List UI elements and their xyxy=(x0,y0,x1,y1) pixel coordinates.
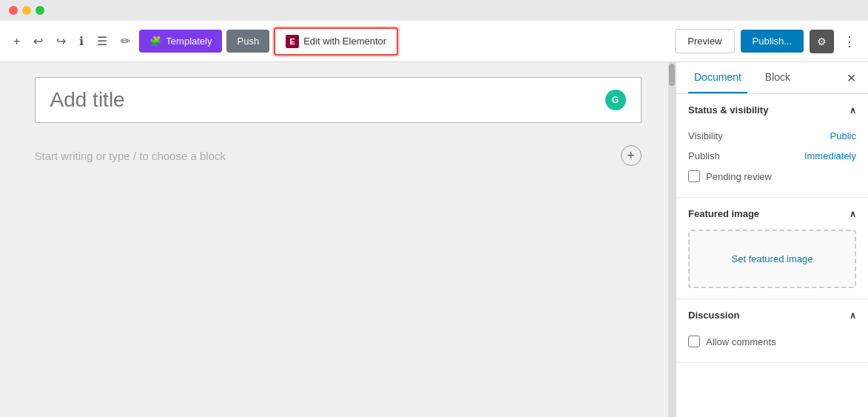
title-input[interactable] xyxy=(50,88,605,112)
status-visibility-chevron xyxy=(850,104,856,116)
toolbar-left: + ↩ ↪ ℹ ☰ ✏ 🧩 Templately Push E Edit wit… xyxy=(9,27,669,56)
elementor-icon: E xyxy=(286,35,299,48)
publish-button[interactable]: Publish... xyxy=(741,30,804,53)
allow-comments-row: Allow comments xyxy=(688,331,856,352)
sidebar-tabs: Document Block ✕ xyxy=(676,62,868,94)
featured-image-content: Set featured image xyxy=(676,230,868,298)
pending-review-row: Pending review xyxy=(688,166,856,187)
info-button[interactable]: ℹ xyxy=(75,30,88,53)
allow-comments-label: Allow comments xyxy=(706,336,776,347)
sidebar-close-button[interactable]: ✕ xyxy=(847,71,856,85)
settings-button[interactable]: ⚙ xyxy=(810,30,834,53)
scroll-thumb xyxy=(669,64,675,86)
scroll-indicator xyxy=(668,62,676,417)
tab-document[interactable]: Document xyxy=(688,62,747,93)
editor-area[interactable]: G Start writing or type / to choose a bl… xyxy=(0,62,676,417)
toolbar-right: Preview Publish... ⚙ ⋮ xyxy=(675,29,859,53)
titlebar xyxy=(0,0,868,21)
editor-content: G Start writing or type / to choose a bl… xyxy=(35,77,642,173)
list-view-button[interactable]: ☰ xyxy=(92,30,112,53)
allow-comments-checkbox[interactable] xyxy=(688,336,700,347)
discussion-content: Allow comments xyxy=(676,331,868,362)
templately-icon: 🧩 xyxy=(149,36,161,47)
visibility-value[interactable]: Public xyxy=(830,130,856,141)
discussion-chevron xyxy=(850,310,856,321)
edit-with-elementor-button[interactable]: E Edit with Elementor xyxy=(274,27,398,56)
maximize-button[interactable] xyxy=(36,6,44,15)
toolbar: + ↩ ↪ ℹ ☰ ✏ 🧩 Templately Push E Edit wit… xyxy=(0,21,868,62)
visibility-row: Visibility Public xyxy=(688,126,856,146)
add-block-button[interactable]: + xyxy=(621,145,642,166)
publish-value[interactable]: Immediately xyxy=(804,150,856,161)
pending-review-label: Pending review xyxy=(706,171,772,182)
more-options-button[interactable]: ⋮ xyxy=(840,30,859,53)
discussion-header[interactable]: Discussion xyxy=(676,299,868,331)
preview-button[interactable]: Preview xyxy=(675,29,734,53)
add-block-toolbar-button[interactable]: + xyxy=(9,30,24,53)
status-visibility-section: Status & visibility Visibility Public Pu… xyxy=(676,94,868,198)
edit-button[interactable]: ✏ xyxy=(116,30,135,53)
publish-row: Publish Immediately xyxy=(688,146,856,166)
push-button[interactable]: Push xyxy=(226,30,269,53)
set-featured-image-button[interactable]: Set featured image xyxy=(688,230,856,288)
redo-button[interactable]: ↪ xyxy=(52,30,70,53)
sidebar-tabs-left: Document Block xyxy=(688,62,808,93)
status-visibility-header[interactable]: Status & visibility xyxy=(676,94,868,126)
pending-review-checkbox[interactable] xyxy=(688,170,700,182)
templately-button[interactable]: 🧩 Templately xyxy=(139,30,222,53)
tab-block[interactable]: Block xyxy=(759,62,796,93)
minimize-button[interactable] xyxy=(22,6,31,15)
title-block: G xyxy=(35,77,642,123)
content-placeholder: Start writing or type / to choose a bloc… xyxy=(35,150,226,162)
close-button[interactable] xyxy=(9,6,18,15)
content-area: Start writing or type / to choose a bloc… xyxy=(35,138,642,173)
featured-image-section: Featured image Set featured image xyxy=(676,198,868,299)
status-visibility-content: Visibility Public Publish Immediately Pe… xyxy=(676,126,868,197)
grammarly-icon: G xyxy=(605,90,626,110)
discussion-section: Discussion Allow comments xyxy=(676,299,868,363)
featured-image-chevron xyxy=(850,208,856,219)
undo-button[interactable]: ↩ xyxy=(29,30,47,53)
featured-image-header[interactable]: Featured image xyxy=(676,198,868,230)
sidebar: Document Block ✕ Status & visibility Vis… xyxy=(676,62,868,417)
main-layout: G Start writing or type / to choose a bl… xyxy=(0,62,868,417)
